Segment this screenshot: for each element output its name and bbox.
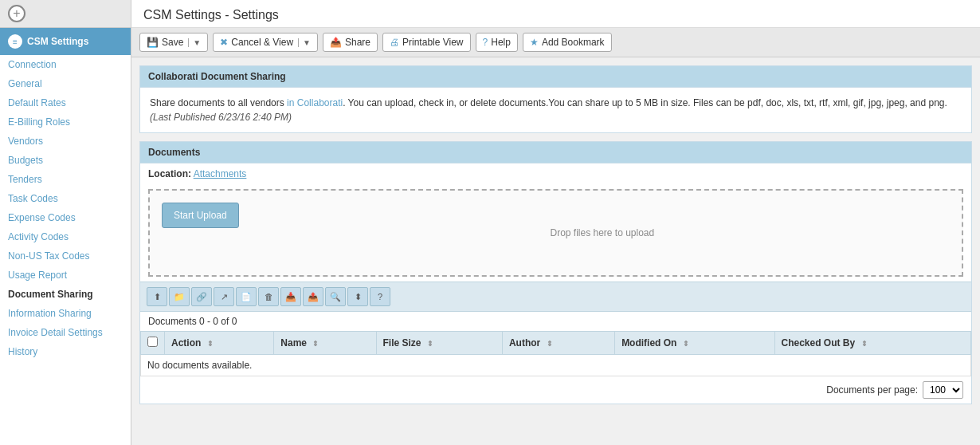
save-button[interactable]: 💾Save▼ [139, 33, 208, 52]
sidebar-item-invoice-detail-settings[interactable]: Invoice Detail Settings [0, 323, 131, 342]
modified-on-th: Modified On ⇕ [615, 332, 774, 355]
file-size-th: File Size ⇕ [376, 332, 502, 355]
table-footer: Documents per page: 102550100 [140, 376, 971, 404]
doc-count: Documents 0 - 0 of 0 [140, 312, 971, 331]
documents-header: Documents [140, 142, 971, 163]
table-row: No documents available. [141, 355, 971, 376]
checkin-tool-button[interactable]: 📤 [303, 287, 323, 306]
documents-section: Documents Location: Attachments Start Up… [139, 141, 972, 404]
move-tool-button[interactable]: ⬍ [347, 287, 368, 306]
info-tool-button[interactable]: ? [370, 287, 390, 306]
sidebar-item-activity-codes[interactable]: Activity Codes [0, 227, 131, 246]
folder-tool-button[interactable]: 📁 [169, 287, 190, 306]
checkbox-th [141, 332, 165, 355]
sidebar-item-e-billing-roles[interactable]: E-Billing Roles [0, 112, 131, 132]
add-icon[interactable]: + [8, 5, 25, 22]
collaborati-header: Collaborati Document Sharing [140, 66, 971, 88]
documents-table: Action ⇕ Name ⇕ File Size ⇕ Author ⇕ Mod… [140, 331, 971, 376]
csm-settings-icon: ≡ [8, 34, 22, 49]
author-th: Author ⇕ [502, 332, 614, 355]
collaborati-description: Share documents to all vendors in Collab… [150, 96, 962, 110]
collaborati-section: Collaborati Document Sharing Share docum… [139, 65, 972, 133]
search-tool-button[interactable]: 🔍 [325, 287, 346, 306]
copy-tool-button[interactable]: 📄 [236, 287, 257, 306]
sidebar-item-expense-codes[interactable]: Expense Codes [0, 208, 131, 227]
file-size-sort-icon: ⇕ [427, 340, 433, 348]
link-tool-button[interactable]: 🔗 [191, 287, 212, 306]
main-content: CSM Settings - Settings 💾Save▼✖Cancel & … [131, 0, 980, 445]
sidebar-item-connection[interactable]: Connection [0, 55, 131, 74]
upload-drop-area: Start Upload Drop files here to upload [148, 189, 963, 277]
add-bookmark-icon: ★ [530, 37, 539, 48]
sidebar-title: CSM Settings [27, 36, 88, 47]
delete-tool-button[interactable]: 🗑 [258, 287, 279, 306]
sidebar-nav: ConnectionGeneralDefault RatesE-Billing … [0, 55, 131, 361]
sidebar-item-general[interactable]: General [0, 74, 131, 93]
author-sort-icon: ⇕ [547, 340, 553, 348]
upload-tool-button[interactable]: ⬆ [147, 287, 167, 306]
sidebar-header: ≡ CSM Settings [0, 28, 131, 55]
sidebar-item-default-rates[interactable]: Default Rates [0, 93, 131, 112]
start-upload-button[interactable]: Start Upload [162, 203, 239, 228]
location-label: Location: [148, 168, 191, 179]
help-button[interactable]: ?Help [476, 33, 518, 52]
save-label: Save [162, 37, 183, 48]
name-sort-icon: ⇕ [312, 340, 319, 348]
cancel-view-label: Cancel & View [231, 37, 293, 48]
help-icon: ? [483, 37, 488, 48]
toolbar: 💾Save▼✖Cancel & View▼📤Share🖨Printable Vi… [131, 28, 980, 57]
location-row: Location: Attachments [140, 163, 971, 184]
location-link[interactable]: Attachments [194, 168, 247, 179]
drop-hint: Drop files here to upload [255, 227, 950, 238]
share-label: Share [345, 37, 370, 48]
select-all-checkbox[interactable] [147, 337, 158, 347]
cancel-view-icon: ✖ [220, 37, 228, 48]
sidebar-item-budgets[interactable]: Budgets [0, 151, 131, 170]
cancel-view-dropdown-arrow[interactable]: ▼ [298, 38, 311, 47]
sidebar-item-usage-report[interactable]: Usage Report [0, 266, 131, 285]
checkout-tool-button[interactable]: 📥 [280, 287, 301, 306]
cancel-view-button[interactable]: ✖Cancel & View▼ [213, 33, 318, 52]
sidebar-item-information-sharing[interactable]: Information Sharing [0, 304, 131, 323]
collaborati-link: in Collaborati [287, 97, 343, 108]
doc-toolbar: ⬆📁🔗↗📄🗑📥📤🔍⬍? [140, 282, 971, 312]
no-data-cell: No documents available. [141, 355, 971, 376]
save-dropdown-arrow[interactable]: ▼ [188, 38, 201, 47]
name-th: Name ⇕ [274, 332, 376, 355]
help-label: Help [491, 37, 511, 48]
checked-out-by-th: Checked Out By ⇕ [774, 332, 971, 355]
collaborati-body: Share documents to all vendors in Collab… [140, 88, 971, 132]
sidebar-item-task-codes[interactable]: Task Codes [0, 189, 131, 208]
printable-view-button[interactable]: 🖨Printable View [382, 33, 471, 52]
checked-out-sort-icon: ⇕ [861, 340, 868, 348]
sidebar-item-non-us-tax-codes[interactable]: Non-US Tax Codes [0, 246, 131, 266]
printable-view-label: Printable View [402, 37, 464, 48]
share-icon: 📤 [330, 37, 342, 48]
sidebar-item-document-sharing[interactable]: Document Sharing [0, 285, 131, 304]
content-area: Collaborati Document Sharing Share docum… [131, 57, 980, 445]
page-title: CSM Settings - Settings [131, 0, 980, 28]
modified-sort-icon: ⇕ [683, 340, 689, 348]
add-bookmark-button[interactable]: ★Add Bookmark [523, 33, 612, 52]
action-sort-icon: ⇕ [207, 340, 214, 348]
per-page-select[interactable]: 102550100 [923, 381, 963, 399]
last-published: (Last Published 6/23/16 2:40 PM) [150, 110, 962, 124]
add-bookmark-label: Add Bookmark [542, 37, 605, 48]
add-button-area: + [0, 0, 131, 28]
share-button[interactable]: 📤Share [323, 33, 378, 52]
save-icon: 💾 [147, 37, 159, 48]
sidebar-item-history[interactable]: History [0, 342, 131, 361]
sidebar-item-tenders[interactable]: Tenders [0, 170, 131, 189]
per-page-label: Documents per page: [826, 384, 918, 396]
sidebar-item-vendors[interactable]: Vendors [0, 132, 131, 151]
action-th: Action ⇕ [165, 332, 274, 355]
sidebar: + ≡ CSM Settings ConnectionGeneralDefaul… [0, 0, 131, 445]
printable-view-icon: 🖨 [390, 37, 399, 48]
table-header-row: Action ⇕ Name ⇕ File Size ⇕ Author ⇕ Mod… [141, 332, 971, 355]
share-tool-button[interactable]: ↗ [214, 287, 234, 306]
